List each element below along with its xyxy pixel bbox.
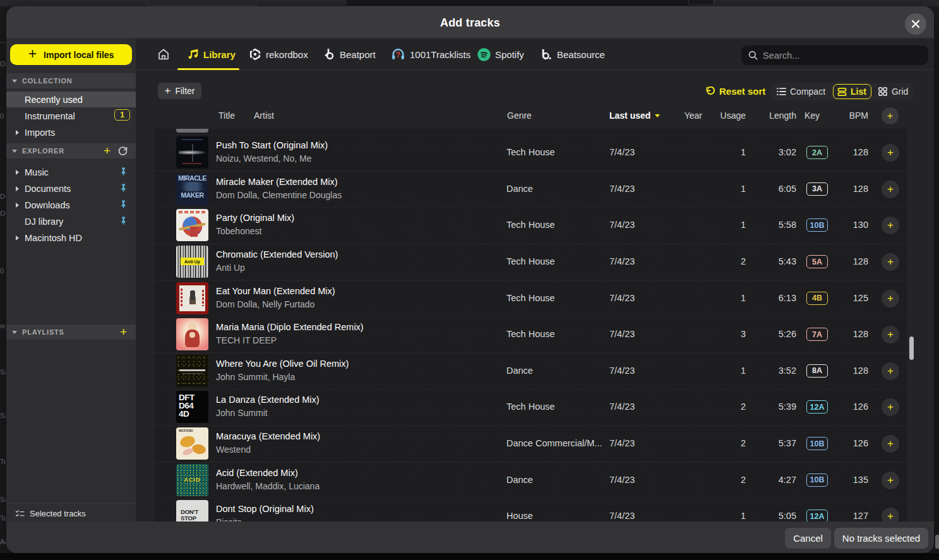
svg-text:?: ? [396, 51, 400, 59]
